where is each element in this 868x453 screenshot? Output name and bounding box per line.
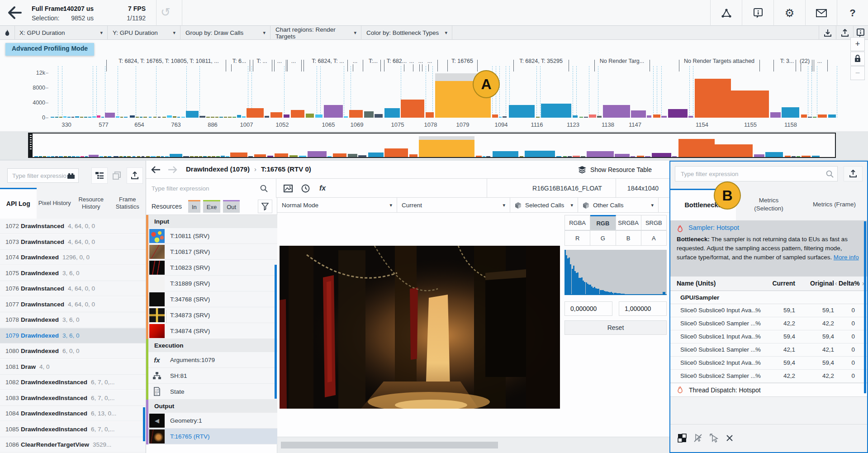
chart-bar[interactable] [364, 111, 374, 118]
chart-bar[interactable] [291, 110, 304, 118]
chart-bar[interactable] [426, 112, 434, 118]
chart-bar[interactable] [384, 148, 408, 157]
metric-row[interactable]: Slice0 Subslice2 Input Ava...%59,459,40 [670, 357, 867, 370]
chart-bar[interactable] [55, 117, 58, 118]
chart-bar[interactable] [133, 156, 135, 157]
metric-row[interactable]: Slice0 Subslice0 Input Ava...%59,159,10 [670, 304, 867, 317]
chart-bar[interactable] [242, 116, 246, 118]
chart-bar[interactable] [59, 156, 63, 157]
api-log-row[interactable]: 1075DrawIndexed3, 6, 0 [0, 266, 146, 281]
chart-bar[interactable] [499, 117, 502, 118]
settings-button[interactable]: ⚙ [773, 0, 805, 26]
chart-bar[interactable] [151, 156, 156, 157]
chart-bar[interactable] [224, 117, 227, 118]
chart-bar[interactable] [232, 117, 236, 118]
copy-rows-button[interactable] [109, 167, 125, 184]
metrics-scrollbar[interactable] [864, 221, 866, 393]
chart-bar[interactable] [153, 117, 157, 118]
api-log-row[interactable]: 1080DrawIndexed6, 0, 0 [0, 343, 146, 359]
chart-bar[interactable] [219, 117, 223, 118]
chart-bar[interactable] [668, 109, 688, 118]
channel-a-button[interactable]: A [641, 230, 667, 246]
api-log-scrollbar[interactable] [143, 407, 145, 441]
feedback-button[interactable] [742, 0, 773, 26]
chart-bar[interactable] [157, 156, 160, 157]
chart-bar[interactable] [536, 117, 540, 118]
breadcrumb-call[interactable]: DrawIndexed (1079) [186, 165, 250, 173]
resource-filter-input[interactable] [146, 179, 276, 198]
chart-bar[interactable] [130, 115, 135, 118]
chart-bar[interactable] [486, 156, 490, 157]
col-delta[interactable]: Delta% [839, 280, 860, 287]
chart-bar[interactable] [181, 117, 185, 118]
chart-regions-select[interactable]: Chart regions: Render Targets▾ [271, 26, 361, 40]
chart-bar[interactable] [116, 116, 119, 118]
back-button[interactable] [5, 5, 23, 21]
range-min-input[interactable]: 0,000000 [564, 301, 612, 316]
chart-bar[interactable] [146, 156, 150, 157]
metrics-group-header[interactable]: GPU/Sampler [670, 291, 867, 304]
selected-calls-select[interactable]: Selected Calls▾ [510, 198, 578, 213]
chart-bar[interactable] [802, 156, 811, 157]
chart-bar[interactable] [476, 156, 482, 157]
chart-bar[interactable] [158, 117, 161, 118]
minimap-range-handle[interactable] [29, 134, 33, 157]
chart-bar[interactable] [194, 156, 198, 157]
chart-bar[interactable] [715, 144, 753, 157]
chart-bar[interactable] [142, 156, 144, 157]
thread-dispatch-hotspot-row[interactable]: Thread Dispatch: Hotspot [670, 383, 867, 397]
chart-bar[interactable] [221, 156, 225, 157]
chart-bar[interactable] [206, 117, 210, 118]
resource-item[interactable]: 11001011State [146, 384, 277, 400]
contact-button[interactable] [805, 0, 837, 26]
scrollbar-thumb[interactable] [281, 442, 498, 448]
chart-bar[interactable] [483, 156, 485, 157]
chart-bar[interactable] [348, 154, 357, 157]
chart-bar[interactable] [92, 116, 96, 118]
chart-bar[interactable] [72, 156, 75, 157]
chart-bar[interactable] [161, 156, 164, 157]
api-log-row[interactable]: 1077DrawInstanced4, 64, 0, 0 [0, 297, 146, 312]
chart-bar[interactable] [695, 79, 731, 118]
metric-row[interactable]: Slice0 Subslice0 Sampler ...%42,242,20 [670, 317, 867, 330]
metrics-filter-input[interactable] [675, 166, 838, 181]
chart-bar[interactable] [308, 151, 327, 157]
chart-bar[interactable] [100, 156, 103, 157]
chart-bar[interactable] [324, 105, 343, 118]
hotspot-title-link[interactable]: Sampler: Hotspot [688, 224, 739, 231]
chart-bar[interactable] [183, 156, 189, 157]
chart-bar[interactable] [203, 156, 207, 157]
chart-bar[interactable] [68, 156, 71, 157]
image-view-button[interactable] [280, 181, 296, 196]
metric-row[interactable]: Slice0 Subslice1 Input Ava...%59,459,40 [670, 330, 867, 343]
chart-bar[interactable] [119, 156, 123, 157]
pointer-off-button[interactable] [691, 431, 705, 445]
chart-bar[interactable] [647, 115, 651, 118]
chart-bar[interactable] [275, 153, 288, 157]
chart-bar[interactable] [51, 156, 54, 157]
chart-bar[interactable] [631, 110, 646, 118]
nav-back-button[interactable] [149, 163, 162, 176]
chart-bar[interactable] [47, 156, 50, 157]
chart-bar[interactable] [653, 114, 660, 118]
chart-bar[interactable] [230, 153, 247, 157]
show-resource-table-button[interactable]: Show Resource Table [578, 163, 652, 176]
help-button[interactable]: ? [837, 0, 868, 26]
chart-bar[interactable] [384, 108, 400, 118]
history-view-button[interactable] [297, 181, 313, 196]
chart-bar[interactable] [173, 116, 176, 118]
image-viewer[interactable]: 32% [277, 213, 561, 453]
chart-bar[interactable] [124, 117, 128, 118]
chart-bar[interactable] [211, 117, 214, 118]
color-by-select[interactable]: Color by: Bottleneck Types▾ [362, 26, 452, 40]
chart-bar[interactable] [248, 156, 253, 157]
chart-bar[interactable] [67, 117, 71, 118]
resource-item[interactable]: SH:81 [146, 368, 277, 384]
group-by-select[interactable]: Group by: Draw Calls▾ [181, 26, 270, 40]
channel-r-button[interactable]: R [564, 230, 590, 246]
chart-bar[interactable] [265, 116, 269, 118]
chart-bar[interactable] [39, 156, 42, 157]
reset-range-button[interactable]: Reset [564, 320, 667, 335]
chart-bar[interactable] [568, 156, 572, 157]
chart-bar[interactable] [541, 104, 571, 118]
